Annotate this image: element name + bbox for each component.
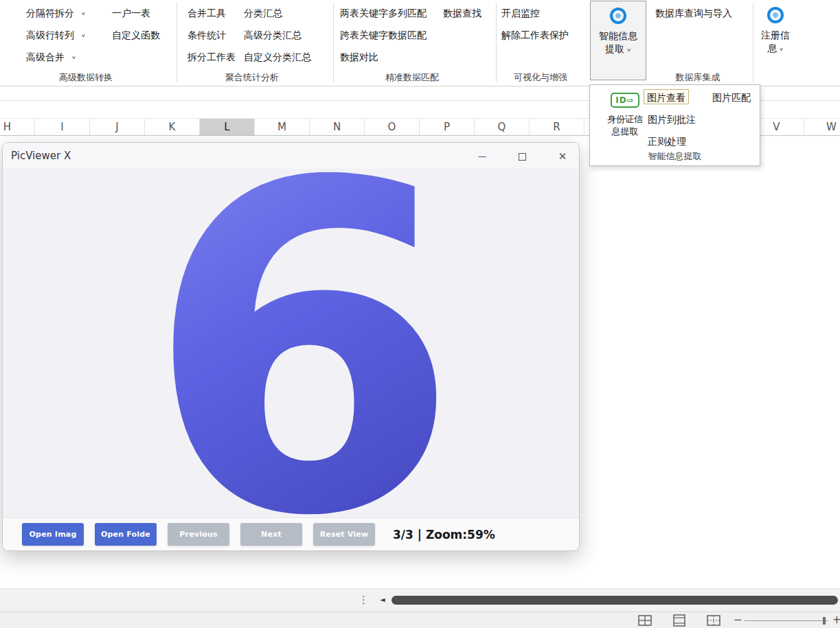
zoom-out-icon[interactable]: − [734, 614, 742, 626]
close-button[interactable]: ✕ [555, 149, 570, 164]
smart-extract-dropdown: ID⇨ 身份证信息提取 图片查看 图片匹配 图片到批注 正则处理 智能信息提取 [589, 84, 760, 166]
zoom-slider-knob[interactable] [823, 617, 826, 625]
ribbon-item-label: 数据查找 [443, 8, 481, 20]
ribbon-item-start-monitor[interactable]: 开启监控 [501, 6, 540, 21]
menu-item-picture-to-comment[interactable]: 图片到批注 [645, 112, 699, 127]
ribbon-item-label: 两表关键字多列匹配 [340, 8, 427, 20]
column-header[interactable]: O [365, 119, 420, 136]
menu-item-regex-process[interactable]: 正则处理 [645, 134, 689, 149]
picviewer-toolbar: Open Imag Open Folde Previous Next Reset… [3, 517, 579, 550]
scroll-left-icon[interactable]: ◄ [380, 596, 385, 603]
column-header[interactable]: W [804, 119, 840, 136]
zoom-slider-track[interactable] [745, 620, 828, 621]
ribbon-item-label: 条件统计 [188, 30, 226, 42]
ribbon-group-label-match: 精准数据匹配 [385, 71, 439, 84]
ribbon-item-custom-subtotal[interactable]: 自定义分类汇总 [244, 50, 311, 65]
ribbon-separator [753, 3, 753, 82]
maximize-icon [519, 153, 526, 161]
digit-image: 6 [3, 169, 579, 519]
previous-button[interactable]: Previous [168, 523, 229, 546]
column-header[interactable]: Q [475, 119, 530, 136]
column-header[interactable]: R [530, 119, 584, 136]
maximize-button[interactable] [514, 149, 530, 164]
ribbon-item-label: 高级分类汇总 [244, 30, 302, 42]
ribbon-item-split-worksheet[interactable]: 拆分工作表 [188, 50, 236, 65]
horizontal-scrollbar: ⋮ ◄ [0, 588, 840, 612]
ribbon-item-advanced-subtotal[interactable]: 高级分类汇总 [244, 28, 302, 43]
page-break-view-icon[interactable] [706, 614, 721, 627]
ribbon-item-cross-table-match[interactable]: 跨表关键字数据匹配 [340, 28, 427, 43]
next-button[interactable]: Next [240, 523, 302, 546]
column-header[interactable]: P [420, 119, 475, 136]
chevron-down-icon: ∨ [626, 47, 631, 53]
chevron-down-icon: ∨ [779, 46, 784, 52]
open-image-button[interactable]: Open Imag [22, 523, 84, 546]
ribbon-item-label: 数据库查询与导入 [655, 8, 732, 20]
ribbon-item-db-query-import[interactable]: 数据库查询与导入 [655, 6, 732, 21]
ribbon-item-unprotect-sheet[interactable]: 解除工作表保护 [501, 28, 569, 43]
register-info-button[interactable]: 注册信息∨ [756, 1, 795, 80]
column-header[interactable]: I [35, 119, 90, 136]
minimize-icon: — [478, 152, 486, 161]
ribbon-group-label-transform: 高级数据转换 [59, 71, 113, 84]
chevron-down-icon: ∨ [81, 33, 86, 38]
ribbon-separator [496, 3, 497, 82]
status-bar: − + [0, 612, 840, 628]
ribbon-item-one-household-table[interactable]: 一户一表 [112, 6, 150, 21]
column-header[interactable]: N [310, 119, 365, 136]
ribbon-item-data-compare[interactable]: 数据对比 [340, 50, 378, 65]
zoom-in-icon[interactable]: + [832, 614, 840, 626]
ribbon-item-merge-tool[interactable]: 合并工具 [188, 6, 226, 21]
image-canvas[interactable]: 6 [3, 169, 579, 519]
ribbon-item-label: 开启监控 [501, 8, 540, 20]
ribbon-item-data-lookup[interactable]: 数据查找 [443, 6, 481, 21]
ribbon-separator [333, 3, 334, 82]
picviewer-titlebar[interactable]: PicViewer X [3, 143, 579, 169]
ribbon-item-label: 分隔符拆分 [26, 8, 74, 20]
ribbon-item-custom-function[interactable]: 自定义函数 [112, 28, 160, 43]
column-header[interactable]: M [255, 119, 310, 136]
smart-extract-label: 智能信息提取 [599, 30, 637, 54]
page-layout-view-icon[interactable] [672, 614, 687, 627]
menu-item-label: 身份证信息提取 [604, 113, 646, 138]
column-header[interactable]: H [0, 119, 35, 136]
menu-item-picture-match[interactable]: 图片匹配 [710, 90, 753, 105]
ribbon: 分隔符拆分 ∨ 一户一表 高级行转列 ∨ 自定义函数 高级合并 ∨ 高级数据转换… [0, 0, 840, 86]
ribbon-item-label: 高级行转列 [26, 30, 74, 42]
ribbon-item-label: 一户一表 [112, 8, 150, 20]
ribbon-group-label-database: 数据库集成 [676, 71, 720, 84]
ribbon-item-label: 自定义分类汇总 [244, 51, 311, 64]
ribbon-item-label: 跨表关键字数据匹配 [340, 30, 427, 42]
open-folder-button[interactable]: Open Folde [95, 523, 157, 546]
minimize-button[interactable]: — [475, 149, 490, 164]
picviewer-window: PicViewer X — ✕ 6 Open [2, 142, 580, 551]
column-header-selected[interactable]: L [200, 119, 255, 136]
chevron-down-icon: ∨ [71, 55, 76, 60]
reset-view-button[interactable]: Reset View [313, 523, 375, 546]
ribbon-item-split-delimiter[interactable]: 分隔符拆分 ∨ [26, 6, 86, 21]
smart-extract-button[interactable]: 智能信息提取∨ [590, 1, 646, 80]
id-card-icon: ID⇨ [611, 93, 639, 108]
ribbon-group-label-visual: 可视化与增强 [514, 71, 567, 84]
normal-view-icon[interactable] [637, 614, 652, 627]
application-window: 分隔符拆分 ∨ 一户一表 高级行转列 ∨ 自定义函数 高级合并 ∨ 高级数据转换… [0, 0, 840, 628]
menu-item-picture-view[interactable]: 图片查看 [644, 89, 689, 104]
ribbon-item-subtotal[interactable]: 分类汇总 [244, 6, 282, 21]
ribbon-item-label: 解除工作表保护 [501, 30, 569, 42]
ribbon-item-label: 自定义函数 [112, 30, 160, 42]
dropdown-group-label: 智能信息提取 [590, 150, 760, 163]
ribbon-item-advanced-merge[interactable]: 高级合并 ∨ [26, 50, 76, 65]
splitter-handle-icon[interactable]: ⋮ [359, 594, 369, 606]
ribbon-item-label: 高级合并 [26, 51, 65, 64]
ribbon-item-label: 数据对比 [340, 51, 378, 64]
column-header[interactable]: J [90, 119, 145, 136]
smart-extract-icon [610, 8, 626, 24]
column-header[interactable]: K [145, 119, 200, 136]
ribbon-item-conditional-stat[interactable]: 条件统计 [188, 28, 226, 43]
close-icon: ✕ [558, 150, 567, 163]
register-info-icon [767, 7, 784, 23]
chevron-down-icon: ∨ [81, 11, 86, 16]
ribbon-item-two-table-match[interactable]: 两表关键字多列匹配 [340, 6, 427, 21]
ribbon-item-row-to-column[interactable]: 高级行转列 ∨ [26, 28, 86, 43]
scrollbar-thumb[interactable] [391, 596, 838, 605]
